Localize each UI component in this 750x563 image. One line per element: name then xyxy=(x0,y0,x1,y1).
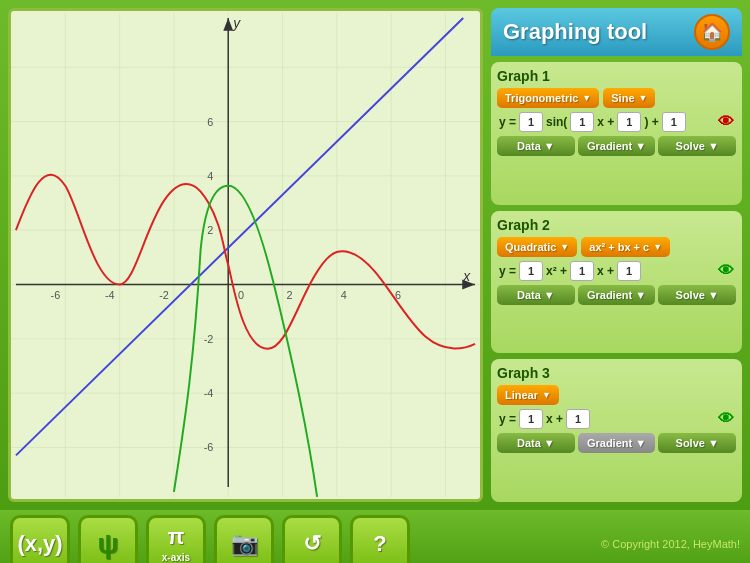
graph2-equation-row: y = x² + x + 👁 xyxy=(497,261,736,281)
graph1-equation-row: y = sin( x + ) + 👁 xyxy=(497,112,736,132)
help-icon: ? xyxy=(373,531,386,557)
chevron-down-icon: ▼ xyxy=(544,437,555,449)
help-button[interactable]: ? xyxy=(350,515,410,563)
svg-text:-6: -6 xyxy=(204,441,214,453)
chevron-down-icon: ▼ xyxy=(708,289,719,301)
graph3-a-input[interactable] xyxy=(519,409,543,429)
graph3-type-dropdown[interactable]: Linear ▼ xyxy=(497,385,559,405)
graph2-card: Graph 2 Quadratic ▼ ax² + bx + c ▼ y = x… xyxy=(491,211,742,354)
graph3-data-btn[interactable]: Data ▼ xyxy=(497,433,575,453)
svg-text:y: y xyxy=(232,15,241,31)
graph2-a-input[interactable] xyxy=(519,261,543,281)
chevron-down-icon: ▼ xyxy=(635,437,646,449)
graph3-eye-icon[interactable]: 👁 xyxy=(718,410,734,428)
graph2-b-input[interactable] xyxy=(570,261,594,281)
svg-text:x: x xyxy=(462,268,471,284)
graph2-type-dropdown[interactable]: Quadratic ▼ xyxy=(497,237,577,257)
graph2-subtype-dropdown[interactable]: ax² + bx + c ▼ xyxy=(581,237,670,257)
graph1-data-btn[interactable]: Data ▼ xyxy=(497,136,575,156)
graph2-x2-label: x² + xyxy=(546,264,567,278)
top-area: y x -6 -4 -2 0 2 4 6 6 4 2 -2 -4 -6 xyxy=(0,0,750,510)
graph1-dropdown-row: Trigonometric ▼ Sine ▼ xyxy=(497,88,736,108)
svg-rect-0 xyxy=(11,13,480,497)
camera-icon: 📷 xyxy=(231,531,258,557)
xaxis-label: x-axis xyxy=(162,552,190,563)
graph3-b-input[interactable] xyxy=(566,409,590,429)
graph1-a-input[interactable] xyxy=(519,112,543,132)
graph3-gradient-btn[interactable]: Gradient ▼ xyxy=(578,433,656,453)
chevron-down-icon: ▼ xyxy=(635,289,646,301)
graph1-gradient-btn[interactable]: Gradient ▼ xyxy=(578,136,656,156)
app-container: y x -6 -4 -2 0 2 4 6 6 4 2 -2 -4 -6 xyxy=(0,0,750,563)
graph2-x-label: x + xyxy=(597,264,614,278)
chevron-down-icon: ▼ xyxy=(544,289,555,301)
svg-text:2: 2 xyxy=(207,224,213,236)
reset-button[interactable]: ↺ xyxy=(282,515,342,563)
graph2-eq-label: y = xyxy=(499,264,516,278)
app-title: Graphing tool xyxy=(503,19,647,45)
graph1-c-input[interactable] xyxy=(617,112,641,132)
bottom-toolbar: (x,y) ψ π x-axis 📷 ↺ ? © Copyright 2012,… xyxy=(0,510,750,563)
svg-text:-2: -2 xyxy=(159,289,169,301)
svg-text:2: 2 xyxy=(286,289,292,301)
graph2-data-btn[interactable]: Data ▼ xyxy=(497,285,575,305)
svg-text:-6: -6 xyxy=(51,289,61,301)
graph3-x-label: x + xyxy=(546,412,563,426)
reset-icon: ↺ xyxy=(303,531,321,557)
svg-text:-2: -2 xyxy=(204,333,214,345)
graph1-action-row: Data ▼ Gradient ▼ Solve ▼ xyxy=(497,136,736,156)
function-button[interactable]: ψ xyxy=(78,515,138,563)
svg-text:6: 6 xyxy=(207,116,213,128)
graph1-eye-icon[interactable]: 👁 xyxy=(718,113,734,131)
chevron-down-icon: ▼ xyxy=(708,437,719,449)
graph2-solve-btn[interactable]: Solve ▼ xyxy=(658,285,736,305)
graph1-eq-label: y = xyxy=(499,115,516,129)
graph1-b-input[interactable] xyxy=(570,112,594,132)
graph-svg: y x -6 -4 -2 0 2 4 6 6 4 2 -2 -4 -6 xyxy=(11,11,480,499)
graph3-eq-label: y = xyxy=(499,412,516,426)
chevron-down-icon: ▼ xyxy=(639,93,648,103)
graph1-close-label: ) + xyxy=(644,115,658,129)
function-icon: ψ xyxy=(97,528,118,560)
graph1-d-input[interactable] xyxy=(662,112,686,132)
svg-text:-4: -4 xyxy=(204,387,214,399)
graph3-card: Graph 3 Linear ▼ y = x + 👁 Data xyxy=(491,359,742,502)
graph2-action-row: Data ▼ Gradient ▼ Solve ▼ xyxy=(497,285,736,305)
svg-text:4: 4 xyxy=(207,170,213,182)
chevron-down-icon: ▼ xyxy=(708,140,719,152)
chevron-down-icon: ▼ xyxy=(560,242,569,252)
graph1-x-label: x + xyxy=(597,115,614,129)
graph2-c-input[interactable] xyxy=(617,261,641,281)
coordinates-button[interactable]: (x,y) xyxy=(10,515,70,563)
copyright-text: © Copyright 2012, HeyMath! xyxy=(601,538,740,550)
svg-text:-4: -4 xyxy=(105,289,115,301)
chevron-down-icon: ▼ xyxy=(544,140,555,152)
pi-icon: π xyxy=(168,524,185,550)
graph-area: y x -6 -4 -2 0 2 4 6 6 4 2 -2 -4 -6 xyxy=(8,8,483,502)
camera-button[interactable]: 📷 xyxy=(214,515,274,563)
graph2-dropdown-row: Quadratic ▼ ax² + bx + c ▼ xyxy=(497,237,736,257)
chevron-down-icon: ▼ xyxy=(635,140,646,152)
graph2-title: Graph 2 xyxy=(497,217,736,233)
xaxis-button[interactable]: π x-axis xyxy=(146,515,206,563)
graph2-gradient-btn[interactable]: Gradient ▼ xyxy=(578,285,656,305)
graph1-solve-btn[interactable]: Solve ▼ xyxy=(658,136,736,156)
coordinates-icon: (x,y) xyxy=(17,531,62,557)
graph1-subtype-dropdown[interactable]: Sine ▼ xyxy=(603,88,655,108)
graph3-action-row: Data ▼ Gradient ▼ Solve ▼ xyxy=(497,433,736,453)
graph3-solve-btn[interactable]: Solve ▼ xyxy=(658,433,736,453)
graph3-title: Graph 3 xyxy=(497,365,736,381)
graph1-func-label: sin( xyxy=(546,115,567,129)
chevron-down-icon: ▼ xyxy=(582,93,591,103)
graph1-type-dropdown[interactable]: Trigonometric ▼ xyxy=(497,88,599,108)
svg-text:4: 4 xyxy=(341,289,347,301)
graph2-eye-icon[interactable]: 👁 xyxy=(718,262,734,280)
graph1-card: Graph 1 Trigonometric ▼ Sine ▼ y = sin( xyxy=(491,62,742,205)
graph3-dropdown-row: Linear ▼ xyxy=(497,385,736,405)
chevron-down-icon: ▼ xyxy=(542,390,551,400)
svg-text:0: 0 xyxy=(238,289,244,301)
panel-header: Graphing tool 🏠 xyxy=(491,8,742,56)
home-button[interactable]: 🏠 xyxy=(694,14,730,50)
graph1-title: Graph 1 xyxy=(497,68,736,84)
chevron-down-icon: ▼ xyxy=(653,242,662,252)
